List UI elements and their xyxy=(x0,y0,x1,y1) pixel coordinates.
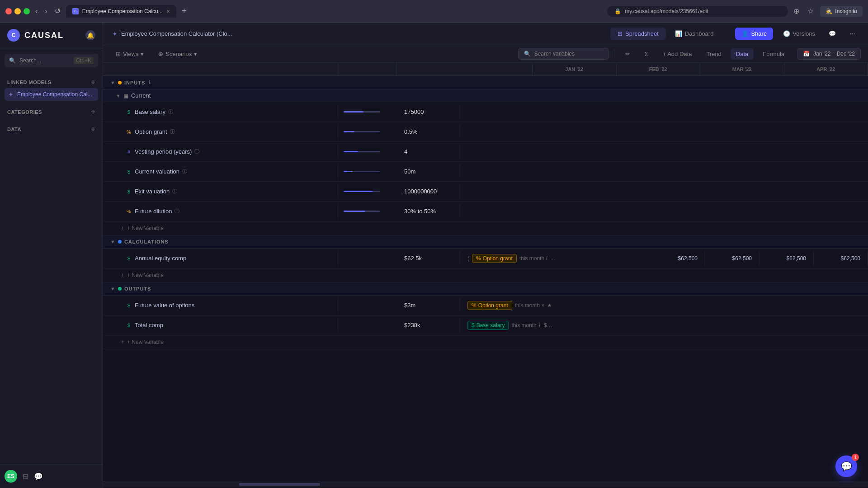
add-linked-model-button[interactable]: + xyxy=(90,78,95,86)
total-comp-value[interactable]: $238k xyxy=(397,318,460,332)
comments-icon[interactable]: 💬 xyxy=(34,472,43,481)
current-val-value[interactable]: 50m xyxy=(397,164,460,178)
base-salary-value[interactable]: 175000 xyxy=(397,105,460,119)
inputs-info-icon[interactable]: ℹ xyxy=(149,80,151,85)
exit-val-value[interactable]: 1000000000 xyxy=(397,184,460,198)
plus-icon-3: + xyxy=(121,339,124,345)
close-window-button[interactable] xyxy=(5,8,12,14)
percent-icon-2: % xyxy=(126,209,132,214)
calculations-section-header[interactable]: ▼ CALCULATIONS xyxy=(103,235,868,249)
current-val-label: Current valuation xyxy=(135,168,179,175)
exit-val-info[interactable]: ⓘ xyxy=(172,188,177,195)
inputs-chevron[interactable]: ▼ xyxy=(110,80,115,85)
forward-button[interactable]: › xyxy=(43,5,49,17)
horizontal-scrollbar[interactable] xyxy=(103,481,868,487)
sidebar-search[interactable]: 🔍 Search... Ctrl+K xyxy=(5,54,98,67)
versions-button[interactable]: 🕐 Versions xyxy=(779,28,819,39)
equity-comp-feb: $62,500 xyxy=(705,252,760,265)
back-button[interactable]: ‹ xyxy=(33,5,39,17)
scenarios-button[interactable]: ⊕ Scenarios ▾ xyxy=(153,48,203,60)
option-grant-slider-cell xyxy=(338,131,397,132)
current-val-name-cell: $ Current valuation ⓘ xyxy=(103,164,338,178)
inputs-section-header[interactable]: ▼ INPUTS ℹ xyxy=(103,76,868,89)
new-variable-inputs[interactable]: + + New Variable xyxy=(103,221,868,235)
sidebar-item-employee-comp[interactable]: ✦ Employee Compensation Cal... xyxy=(5,88,98,101)
scroll-thumb[interactable] xyxy=(239,483,320,486)
more-options-button[interactable]: ⋯ xyxy=(846,28,859,39)
future-val-option-grant-tag[interactable]: % Option grant xyxy=(467,301,512,310)
calculations-chevron[interactable]: ▼ xyxy=(110,239,115,244)
outputs-section-header[interactable]: ▼ OUTPUTS xyxy=(103,282,868,296)
share-button[interactable]: 👤 Share xyxy=(735,28,773,40)
base-salary-slider[interactable] xyxy=(344,111,380,113)
option-grant-slider[interactable] xyxy=(344,131,380,132)
data-button[interactable]: Data xyxy=(731,48,754,60)
outputs-chevron[interactable]: ▼ xyxy=(110,286,115,291)
option-grant-info[interactable]: ⓘ xyxy=(170,128,175,135)
add-data-button[interactable]: + xyxy=(90,125,95,133)
maximize-window-button[interactable] xyxy=(24,8,30,14)
new-variable-calculations[interactable]: + + New Variable xyxy=(103,268,868,282)
add-data-button-toolbar[interactable]: + Add Data xyxy=(657,48,698,60)
dollar-icon-3: $ xyxy=(126,189,132,194)
tab-spreadsheet[interactable]: ⊞ Spreadsheet xyxy=(610,28,666,40)
toolbar-separator-1 xyxy=(614,49,614,58)
comment-icon: 💬 xyxy=(829,30,836,37)
vesting-value[interactable]: 4 xyxy=(397,145,460,159)
comments-header-button[interactable]: 💬 xyxy=(825,28,840,39)
edit-icon-button[interactable]: ✏ xyxy=(620,48,636,60)
active-tab[interactable]: C Employee Compensation Calcu... × xyxy=(66,5,176,18)
dilution-info[interactable]: ⓘ xyxy=(175,208,179,215)
search-icon: 🔍 xyxy=(9,57,16,64)
exit-val-formula xyxy=(460,188,868,195)
future-val-value[interactable]: $3m xyxy=(397,298,460,312)
calculations-label: CALCULATIONS xyxy=(124,239,169,244)
current-group[interactable]: ▼ ▦ Current xyxy=(103,89,868,102)
vesting-slider[interactable] xyxy=(344,151,380,152)
tab-dashboard[interactable]: 📊 Dashboard xyxy=(668,28,721,40)
current-val-info[interactable]: ⓘ xyxy=(182,168,187,175)
option-grant-formula-tag[interactable]: % Option grant xyxy=(472,254,517,263)
trend-button[interactable]: Trend xyxy=(701,48,726,60)
option-grant-value[interactable]: 0.5% xyxy=(397,125,460,139)
vesting-slider-fill xyxy=(344,151,358,152)
equity-comp-formula: ( % Option grant this month / … xyxy=(460,250,651,267)
chat-button[interactable]: 💬 1 xyxy=(835,455,857,477)
base-salary-info[interactable]: ⓘ xyxy=(168,108,173,115)
exit-val-slider[interactable] xyxy=(344,191,380,192)
table-row: % Future dilution ⓘ 30% to 50% xyxy=(103,202,868,221)
date-range-selector[interactable]: 📅 Jan '22 – Dec '22 xyxy=(797,48,861,60)
vesting-info[interactable]: ⓘ xyxy=(194,148,199,155)
new-tab-button[interactable]: + xyxy=(178,5,190,18)
new-variable-outputs[interactable]: + + New Variable xyxy=(103,335,868,349)
notifications-button[interactable]: 🔔 xyxy=(85,30,95,40)
views-icon: ⊞ xyxy=(116,51,121,57)
search-variables-input[interactable]: 🔍 Search variables xyxy=(518,48,609,60)
inputs-dot xyxy=(118,81,122,84)
add-category-button[interactable]: + xyxy=(90,108,95,116)
categories-header: Categories + xyxy=(5,106,98,118)
table-row: $ Total comp $238k $ Base salary this mo… xyxy=(103,315,868,335)
bookmark-button[interactable]: ☆ xyxy=(806,5,816,17)
current-val-slider[interactable] xyxy=(344,171,380,172)
tab-close-button[interactable]: × xyxy=(166,8,170,15)
dilution-slider[interactable] xyxy=(344,211,380,212)
sidebar: C CAUSAL 🔔 🔍 Search... Ctrl+K Linked mod… xyxy=(0,23,103,488)
address-bar[interactable]: 🔒 my.causal.app/models/235661/edit xyxy=(607,6,788,17)
current-group-chevron[interactable]: ▼ xyxy=(116,93,121,99)
settings-icon[interactable]: ⊟ xyxy=(23,472,28,481)
dilution-value[interactable]: 30% to 50% xyxy=(397,204,460,218)
model-title-area[interactable]: ✦ Employee Compensation Calculator (Clo.… xyxy=(112,30,232,38)
minimize-window-button[interactable] xyxy=(14,8,21,14)
formula-button[interactable]: Formula xyxy=(757,48,790,60)
table-row: # Vesting period (years) ⓘ 4 xyxy=(103,142,868,162)
data-section: Data + xyxy=(0,120,103,137)
incognito-button[interactable]: 🕵 Incognito xyxy=(820,6,863,17)
table-row: $ Annual equity comp $62.5k ( % Option g… xyxy=(103,249,868,268)
views-button[interactable]: ⊞ Views ▾ xyxy=(110,48,149,60)
extensions-button[interactable]: ⊕ xyxy=(792,5,801,17)
reload-button[interactable]: ↺ xyxy=(53,5,62,17)
sigma-button[interactable]: Σ xyxy=(639,48,654,60)
equity-comp-value[interactable]: $62.5k xyxy=(397,251,460,265)
total-comp-base-tag[interactable]: $ Base salary xyxy=(467,321,509,330)
